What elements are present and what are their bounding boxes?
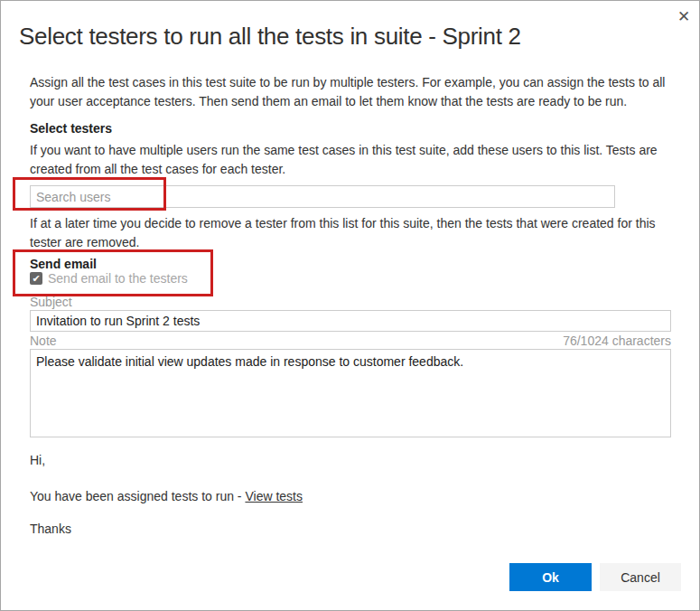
- view-tests-link[interactable]: View tests: [245, 489, 303, 503]
- subject-label: Subject: [30, 295, 72, 309]
- subject-input[interactable]: [30, 310, 671, 332]
- cancel-button[interactable]: Cancel: [600, 563, 681, 591]
- send-email-checkbox[interactable]: ✔: [30, 272, 42, 285]
- ok-button[interactable]: Ok: [509, 563, 592, 591]
- close-icon[interactable]: ✕: [673, 5, 695, 27]
- note-label: Note: [30, 334, 57, 348]
- send-email-checkbox-row: ✔ Send email to the testers: [30, 271, 188, 286]
- send-email-heading: Send email: [30, 257, 97, 271]
- assigned-text: You have been assigned tests to run -: [30, 489, 245, 503]
- select-testers-dialog: Select testers to run all the tests in s…: [0, 0, 700, 611]
- dialog-title: Select testers to run all the tests in s…: [19, 23, 651, 51]
- character-counter: 76/1024 characters: [563, 334, 671, 348]
- search-users-input[interactable]: [30, 185, 615, 208]
- email-preview-greeting: Hi,: [30, 453, 45, 467]
- select-testers-heading: Select testers: [30, 121, 112, 136]
- remove-tester-note: If at a later time you decide to remove …: [30, 214, 673, 252]
- note-label-row: Note 76/1024 characters: [30, 334, 671, 348]
- checkmark-icon: ✔: [32, 273, 40, 284]
- email-preview-assigned-line: You have been assigned tests to run - Vi…: [30, 489, 303, 503]
- intro-paragraph: Assign all the test cases in this test s…: [30, 73, 673, 111]
- email-preview-closing: Thanks: [30, 522, 71, 533]
- note-textarea[interactable]: Please validate initial view updates mad…: [30, 349, 671, 437]
- dialog-scroll-content: Select testers to run all the tests in s…: [1, 1, 699, 533]
- send-email-checkbox-label: Send email to the testers: [48, 271, 188, 286]
- select-testers-description: If you want to have multiple users run t…: [30, 141, 673, 179]
